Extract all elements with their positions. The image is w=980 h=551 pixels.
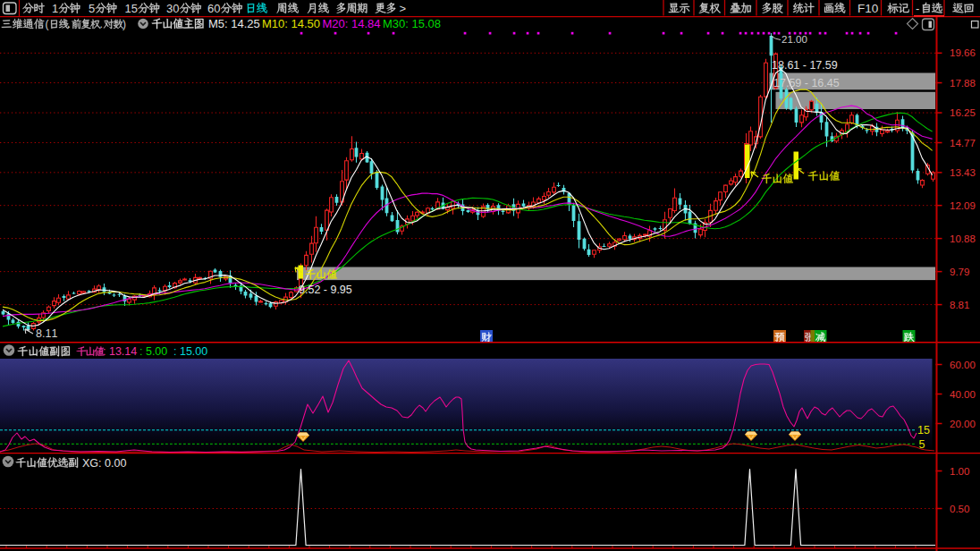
svg-text:1: 1	[52, 2, 58, 15]
svg-text:5: 5	[131, 2, 138, 15]
svg-text:-: -	[916, 2, 919, 15]
svg-text:21.00: 21.00	[781, 34, 807, 45]
svg-text:14.77: 14.77	[950, 138, 976, 148]
svg-text:6: 6	[207, 2, 214, 15]
svg-text:0: 0	[214, 2, 220, 15]
svg-text:: 5.00: : 5.00	[139, 345, 167, 358]
svg-text:8.11: 8.11	[36, 327, 57, 340]
svg-text:60.00: 60.00	[950, 360, 976, 370]
svg-text:(: (	[46, 18, 49, 30]
svg-text:1: 1	[125, 2, 131, 15]
svg-text:: 13.14: : 13.14	[103, 345, 137, 358]
svg-text:15: 15	[917, 424, 930, 437]
svg-text:20.00: 20.00	[950, 419, 976, 429]
svg-text:3: 3	[166, 2, 173, 15]
svg-text:10.88: 10.88	[950, 233, 976, 244]
svg-text:M30: 15.08: M30: 15.08	[383, 17, 441, 30]
svg-text:>: >	[400, 2, 407, 15]
svg-text:19.66: 19.66	[950, 47, 976, 58]
svg-text:9.79: 9.79	[950, 267, 969, 277]
svg-text:16.25: 16.25	[950, 107, 976, 118]
svg-text:XG: 0.00: XG: 0.00	[82, 457, 126, 470]
svg-text:17.59 - 16.45: 17.59 - 16.45	[773, 77, 840, 89]
svg-text:1.00: 1.00	[950, 466, 969, 477]
svg-text:9.52 - 9.95: 9.52 - 9.95	[299, 284, 352, 296]
svg-text:: 15.00: : 15.00	[173, 345, 207, 358]
svg-text:40.00: 40.00	[950, 389, 976, 400]
svg-text:18.61 - 17.59: 18.61 - 17.59	[772, 59, 838, 72]
svg-text:5: 5	[919, 438, 925, 451]
svg-text:.: .	[100, 18, 103, 30]
svg-text:.: .	[68, 18, 71, 30]
svg-text:5: 5	[89, 2, 95, 15]
svg-text:17.88: 17.88	[950, 78, 976, 89]
svg-text:): )	[122, 18, 126, 30]
svg-text:M20: 14.84: M20: 14.84	[323, 17, 381, 30]
svg-text:13.43: 13.43	[950, 167, 976, 178]
svg-text:F10: F10	[858, 2, 878, 15]
svg-text:M10: 14.50: M10: 14.50	[262, 17, 320, 30]
svg-text:12.09: 12.09	[950, 200, 976, 211]
svg-text:0: 0	[173, 2, 179, 15]
svg-text:8.81: 8.81	[950, 300, 969, 310]
svg-text:M5: 14.25: M5: 14.25	[208, 17, 260, 30]
svg-text:0.50: 0.50	[950, 504, 969, 514]
